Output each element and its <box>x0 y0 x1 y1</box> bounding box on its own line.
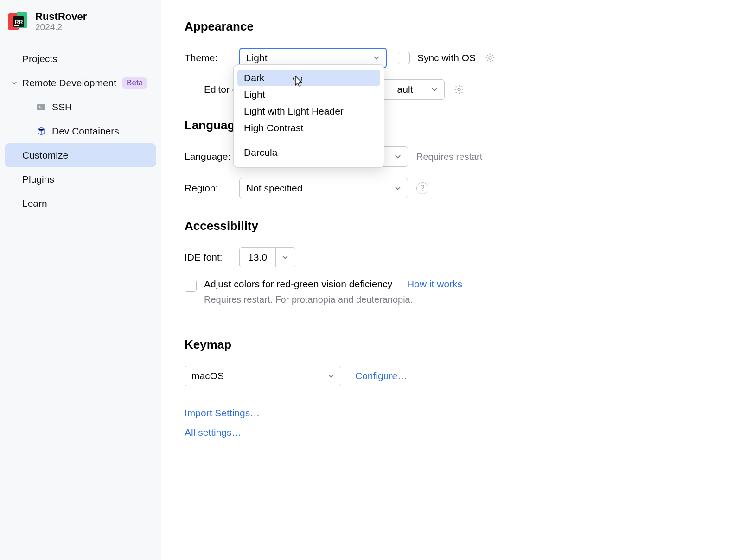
region-value: Not specified <box>246 183 302 194</box>
sidebar-item-remote-development[interactable]: Remote Development Beta <box>0 71 161 95</box>
sidebar-item-label: Customize <box>22 150 68 161</box>
sidebar-item-label: SSH <box>52 102 72 113</box>
chevron-down-icon <box>395 185 401 191</box>
app-name: RustRover <box>35 11 87 22</box>
theme-option-light[interactable]: Light <box>234 86 384 103</box>
adjust-colors-note: Requires restart. For protanopia and deu… <box>204 294 462 305</box>
dropdown-separator <box>240 140 377 140</box>
section-heading-appearance: Appearance <box>185 19 711 34</box>
app-version: 2024.2 <box>35 22 87 33</box>
sync-os-label: Sync with OS <box>417 52 476 64</box>
ide-font-spinner[interactable]: 13.0 <box>239 247 295 267</box>
theme-select-value: Light <box>246 52 268 64</box>
svg-point-7 <box>458 88 460 91</box>
ide-font-value: 13.0 <box>240 252 275 263</box>
chevron-down-icon <box>395 153 401 160</box>
language-label: Language: <box>185 151 236 162</box>
sidebar-item-customize[interactable]: Customize <box>5 143 156 167</box>
help-icon[interactable]: ? <box>416 182 428 194</box>
configure-keymap-link[interactable]: Configure… <box>355 370 407 382</box>
adjust-colors-label: Adjust colors for red-green vision defic… <box>204 279 392 289</box>
chevron-down-icon[interactable] <box>275 248 295 267</box>
chevron-down-icon <box>11 80 18 86</box>
keymap-value: macOS <box>191 370 224 382</box>
main-content: Appearance Theme: Light Sync with OS Edi… <box>161 0 734 560</box>
import-settings-link[interactable]: Import Settings… <box>185 407 260 419</box>
gear-icon[interactable] <box>453 83 465 95</box>
section-heading-keymap: Keymap <box>185 337 711 352</box>
section-heading-accessibility: Accessibility <box>185 219 711 233</box>
gear-icon[interactable] <box>484 52 496 64</box>
how-it-works-link[interactable]: How it works <box>407 279 462 289</box>
sidebar-item-label: Dev Containers <box>52 126 119 137</box>
adjust-colors-checkbox[interactable] <box>185 280 197 292</box>
ide-font-label: IDE font: <box>185 252 236 263</box>
theme-option-light-with-light-header[interactable]: Light with Light Header <box>234 103 384 120</box>
sidebar-item-label: Projects <box>22 53 57 64</box>
sidebar-item-plugins[interactable]: Plugins <box>0 167 161 191</box>
app-logo: RR <box>8 12 29 32</box>
chevron-down-icon <box>328 373 334 379</box>
svg-rect-4 <box>14 25 19 26</box>
region-label: Region: <box>185 183 236 194</box>
theme-option-dark[interactable]: Dark <box>237 70 380 86</box>
sidebar-item-projects[interactable]: Projects <box>0 47 161 71</box>
all-settings-link[interactable]: All settings… <box>185 427 242 438</box>
terminal-icon <box>36 102 46 112</box>
svg-point-6 <box>489 57 491 59</box>
sync-os-checkbox[interactable] <box>398 52 410 64</box>
sidebar-item-label: Remote Development <box>22 77 116 89</box>
chevron-down-icon <box>431 86 438 93</box>
theme-option-darcula[interactable]: Darcula <box>234 144 384 161</box>
sidebar-item-dev-containers[interactable]: Dev Containers <box>0 119 161 143</box>
sidebar-item-ssh[interactable]: SSH <box>0 95 161 119</box>
beta-badge: Beta <box>122 77 147 89</box>
keymap-select[interactable]: macOS <box>185 366 341 386</box>
theme-label: Theme: <box>185 52 236 64</box>
language-hint: Requires restart <box>416 152 482 162</box>
sidebar-item-label: Plugins <box>22 174 54 185</box>
region-select[interactable]: Not specified <box>239 178 408 198</box>
sidebar-item-label: Learn <box>22 198 47 209</box>
theme-dropdown: Dark Light Light with Light Header High … <box>233 64 384 168</box>
sidebar: RR RustRover 2024.2 Projects Remote Deve… <box>0 0 161 560</box>
svg-text:RR: RR <box>15 19 23 25</box>
svg-rect-5 <box>37 104 45 110</box>
app-header: RR RustRover 2024.2 <box>0 11 161 33</box>
chevron-down-icon <box>373 55 380 61</box>
cube-icon <box>36 126 46 136</box>
sidebar-item-learn[interactable]: Learn <box>0 191 161 216</box>
theme-option-high-contrast[interactable]: High Contrast <box>234 120 384 136</box>
